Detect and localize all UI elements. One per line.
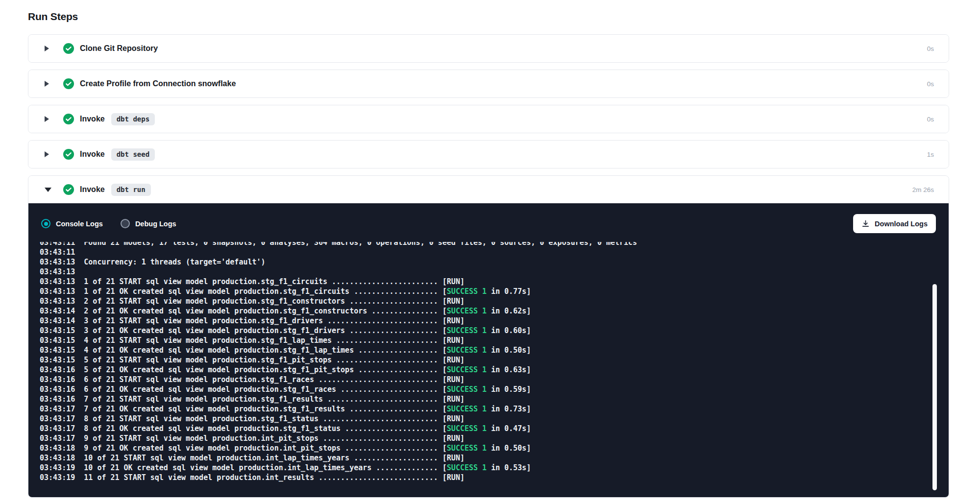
chevron-right-icon[interactable] xyxy=(45,46,51,51)
log-status: RUN xyxy=(447,297,460,306)
log-line: 03:43:15 4 of 21 START sql view model pr… xyxy=(40,336,919,345)
log-status: SUCCESS 1 xyxy=(447,307,487,315)
log-status: RUN xyxy=(447,414,460,423)
log-line: 03:43:19 10 of 21 OK created sql view mo… xyxy=(40,463,919,473)
console-panel: Console Logs Debug Logs Download Logs 03… xyxy=(28,203,949,497)
console-log-output: 03:43:11 Found 21 models, 17 tests, 0 sn… xyxy=(28,242,949,482)
log-status: SUCCESS 1 xyxy=(447,287,487,296)
command-chip: dbt deps xyxy=(111,113,155,125)
chevron-right-icon[interactable] xyxy=(45,81,51,87)
step-header[interactable]: Create Profile from Connection snowflake… xyxy=(28,70,949,97)
log-status: SUCCESS 1 xyxy=(447,326,487,335)
debug-logs-radio[interactable]: Debug Logs xyxy=(121,219,176,228)
run-step-dbt-run: Invoke dbt run 2m 26s Console Logs Debug… xyxy=(28,175,949,498)
log-line: 03:43:15 3 of 21 OK created sql view mod… xyxy=(40,326,919,336)
log-line: 03:43:16 5 of 21 OK created sql view mod… xyxy=(40,365,919,375)
log-line: 03:43:13 xyxy=(40,267,919,277)
log-status: RUN xyxy=(447,434,460,443)
log-status: RUN xyxy=(447,277,460,286)
success-check-icon xyxy=(63,184,74,195)
run-steps-page: Run Steps Clone Git Repository 0s Create… xyxy=(0,0,980,498)
download-icon xyxy=(861,219,870,228)
log-line: 03:43:13 2 of 21 START sql view model pr… xyxy=(40,296,919,306)
log-status: RUN xyxy=(447,375,460,384)
log-line: 03:43:14 2 of 21 OK created sql view mod… xyxy=(40,306,919,316)
log-line: 03:43:16 6 of 21 START sql view model pr… xyxy=(40,375,919,384)
log-status: SUCCESS 1 xyxy=(447,365,487,374)
run-step-dbt-deps: Invoke dbt deps 0s xyxy=(28,105,949,133)
command-chip: dbt seed xyxy=(111,148,155,161)
step-header[interactable]: Clone Git Repository 0s xyxy=(28,35,949,62)
chevron-down-icon[interactable] xyxy=(45,188,51,192)
log-status: SUCCESS 1 xyxy=(447,385,487,394)
log-line: 03:43:17 7 of 21 OK created sql view mod… xyxy=(40,404,919,414)
step-label: Invoke xyxy=(80,115,105,123)
step-label: Create Profile from Connection snowflake xyxy=(80,79,236,88)
log-line: 03:43:18 9 of 21 OK created sql view mod… xyxy=(40,443,919,453)
log-line: 03:43:16 7 of 21 START sql view model pr… xyxy=(40,394,919,404)
command-chip: dbt run xyxy=(111,184,151,196)
log-status: SUCCESS 1 xyxy=(447,424,487,433)
step-label: Invoke xyxy=(80,150,105,159)
run-step-clone-git: Clone Git Repository 0s xyxy=(28,34,949,63)
chevron-right-icon[interactable] xyxy=(45,116,51,122)
step-header[interactable]: Invoke dbt seed 1s xyxy=(28,141,949,168)
step-duration: 0s xyxy=(927,80,934,88)
log-status: RUN xyxy=(447,454,460,462)
log-line: 03:43:17 8 of 21 OK created sql view mod… xyxy=(40,424,919,433)
radio-label: Debug Logs xyxy=(135,220,176,228)
log-status: SUCCESS 1 xyxy=(447,405,487,413)
log-status: RUN xyxy=(447,336,460,345)
step-header[interactable]: Invoke dbt run 2m 26s xyxy=(28,176,949,203)
console-toolbar: Console Logs Debug Logs Download Logs xyxy=(28,203,949,242)
log-status: RUN xyxy=(447,395,460,404)
log-status: SUCCESS 1 xyxy=(447,444,487,453)
success-check-icon xyxy=(63,149,74,160)
log-status: RUN xyxy=(447,473,460,482)
download-logs-button[interactable]: Download Logs xyxy=(853,214,936,233)
log-line: 03:43:13 1 of 21 START sql view model pr… xyxy=(40,277,919,287)
console-logs-radio[interactable]: Console Logs xyxy=(41,219,103,228)
log-line: 03:43:11 Found 21 models, 17 tests, 0 sn… xyxy=(40,242,919,247)
log-status: RUN xyxy=(447,316,460,325)
step-duration: 2m 26s xyxy=(912,186,934,193)
log-line: 03:43:11 xyxy=(40,247,919,257)
log-line: 03:43:13 Concurrency: 1 threads (target=… xyxy=(40,257,919,267)
console-log-area[interactable]: 03:43:11 Found 21 models, 17 tests, 0 sn… xyxy=(28,242,949,497)
run-step-dbt-seed: Invoke dbt seed 1s xyxy=(28,140,949,168)
download-label: Download Logs xyxy=(875,220,928,228)
log-status: SUCCESS 1 xyxy=(447,463,487,472)
success-check-icon xyxy=(63,43,74,54)
step-duration: 0s xyxy=(927,116,934,123)
radio-unselected-icon xyxy=(121,219,130,228)
log-line: 03:43:15 4 of 21 OK created sql view mod… xyxy=(40,345,919,355)
success-check-icon xyxy=(63,114,74,124)
log-line: 03:43:19 11 of 21 START sql view model p… xyxy=(40,473,919,482)
log-line: 03:43:14 3 of 21 START sql view model pr… xyxy=(40,316,919,326)
step-header[interactable]: Invoke dbt deps 0s xyxy=(28,105,949,133)
log-status: RUN xyxy=(447,356,460,364)
log-line: 03:43:17 9 of 21 START sql view model pr… xyxy=(40,433,919,443)
step-duration: 1s xyxy=(927,151,934,158)
scrollbar-thumb[interactable] xyxy=(932,284,937,490)
log-line: 03:43:16 6 of 21 OK created sql view mod… xyxy=(40,384,919,394)
step-duration: 0s xyxy=(927,45,934,52)
log-line: 03:43:17 8 of 21 START sql view model pr… xyxy=(40,414,919,424)
step-label: Clone Git Repository xyxy=(80,44,158,53)
page-title: Run Steps xyxy=(28,11,949,23)
log-line: 03:43:13 1 of 21 OK created sql view mod… xyxy=(40,287,919,296)
radio-selected-icon xyxy=(41,219,50,228)
log-line: 03:43:18 10 of 21 START sql view model p… xyxy=(40,453,919,463)
chevron-right-icon[interactable] xyxy=(45,151,51,157)
log-status: SUCCESS 1 xyxy=(447,346,487,355)
radio-label: Console Logs xyxy=(56,220,103,228)
log-line: 03:43:15 5 of 21 START sql view model pr… xyxy=(40,355,919,365)
step-label: Invoke xyxy=(80,185,105,194)
success-check-icon xyxy=(63,78,74,89)
run-step-create-profile: Create Profile from Connection snowflake… xyxy=(28,70,949,98)
